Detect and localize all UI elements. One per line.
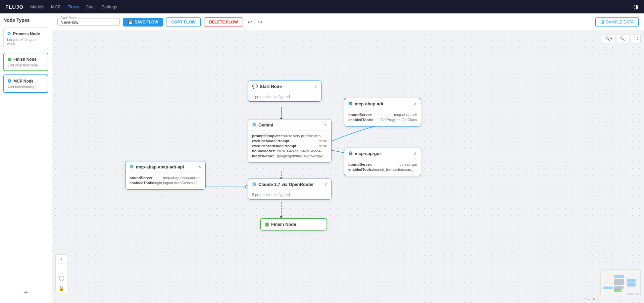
sidebar-title: Node Types [3, 17, 48, 23]
gemini-prop-1: excludeModelPrompt: false [252, 139, 327, 143]
sidebar: Node Types ⚙ Process Node Let a LLM do y… [0, 13, 52, 303]
finish-icon: ▣ [7, 57, 11, 62]
mcp-abap-adt-node[interactable]: ⚙ mcp-abap-adt ∧ boundServer: mcp-abap-a… [344, 98, 421, 127]
chevron-down-icon[interactable]: ∨ [314, 84, 317, 89]
mcp-sap-gui-prop-1: enabledTools: launch_transaction,sap_cli… [348, 167, 417, 171]
prop-val: google/gemini-2.0-pro-exp-02-0... [277, 154, 327, 158]
toolbar: Flow Name 💾 SAVE FLOW COPY FLOW DELETE F… [52, 13, 644, 31]
nav-settings[interactable]: Settings [101, 4, 117, 9]
mcp-abap-api-prop-1: enabledTools: login,logout,dropSession,t… [130, 181, 201, 185]
nav-flows[interactable]: Flows [67, 4, 79, 9]
nav-chat[interactable]: Chat [86, 4, 95, 9]
nav-models[interactable]: Models [30, 4, 44, 9]
canvas-top-controls: 🔍+ 🔍- ⛶ [602, 34, 641, 43]
mcp-abap-adt-body: boundServer: mcp-abap-adt enabledTools: … [344, 109, 421, 126]
chevron-down-icon[interactable]: ∨ [324, 182, 327, 187]
nav-mcp[interactable]: MCP [51, 4, 61, 9]
gear-icon: ⚙ [7, 31, 11, 36]
sample-data-button[interactable]: 🗄 SAMPLE DATA [595, 17, 639, 27]
mcp-sap-gui-node[interactable]: ⚙ mcp-sap-gui ∧ boundServer: mcp-sap-gui… [344, 148, 421, 176]
content-area: Flow Name 💾 SAVE FLOW COPY FLOW DELETE F… [52, 13, 644, 303]
gemini-node[interactable]: ⚙ Gemini ∧ promptTemplate: You're very p… [248, 119, 332, 163]
react-flow-credit: React Flow [584, 298, 599, 301]
gemini-node-header: ⚙ Gemini ∧ [248, 119, 331, 131]
chat-icon: 💬 [252, 84, 258, 89]
zoom-out-button[interactable]: − [56, 264, 67, 273]
redo-button[interactable]: ↪ [257, 17, 264, 27]
lock-button[interactable]: 🔒 [56, 284, 67, 293]
save-icon: 💾 [128, 20, 133, 24]
prop-val: false [319, 139, 327, 143]
mcp-sap-gui-header: ⚙ mcp-sap-gui ∧ [344, 148, 421, 159]
database-icon: 🗄 [600, 20, 604, 24]
chevron-up-icon[interactable]: ∧ [414, 101, 417, 106]
process-node-desc: Let a LLM do your work [7, 38, 45, 46]
mcp-abap-api-header: ⚙ mcp-abap-abap-adt-api ∧ [126, 161, 205, 172]
mcp-abap-api-title: mcp-abap-abap-adt-api [136, 164, 184, 169]
sidebar-bottom: ☀ [3, 286, 48, 299]
gear-icon-mcp1: ⚙ [348, 101, 353, 106]
theme-toggle-icon[interactable]: ◑ [633, 3, 639, 10]
gear-icon-mcp2: ⚙ [348, 151, 353, 156]
save-flow-button[interactable]: 💾 SAVE FLOW [123, 18, 163, 27]
zoom-out-icon[interactable]: 🔍- [617, 34, 629, 43]
mcp-abap-adt-prop-1: enabledTools: GetProgram,GetClass [348, 118, 417, 122]
finish-node-title: Finish Node [271, 222, 296, 227]
chevron-up-icon[interactable]: ∧ [198, 164, 201, 169]
mcp-sap-gui-body: boundServer: mcp-sap-gui enabledTools: l… [344, 159, 421, 176]
undo-button[interactable]: ↩ [246, 17, 253, 27]
start-node[interactable]: 💬 Start Node ∨ 1 properties configured [248, 81, 321, 102]
mcp-abap-api-node[interactable]: ⚙ mcp-abap-abap-adt-api ∧ boundServer: m… [125, 161, 206, 190]
zoom-in-button[interactable]: + [56, 255, 67, 264]
mcp-node-label: MCP Node [13, 79, 34, 84]
minimap: React Flow [600, 269, 641, 296]
finish-node[interactable]: ▣ Finish Node [260, 218, 327, 231]
gemini-prop-4: modelName: google/gemini-2.0-pro-exp-02-… [252, 154, 327, 158]
node-type-finish[interactable]: ▣ Finish Node End your flow here [3, 53, 48, 71]
finish-icon-canvas: ▣ [265, 221, 269, 227]
flow-name-label: Flow Name [60, 16, 78, 20]
prop-key: boundModel: [252, 149, 275, 153]
claude-node-title: Claude 3.7 via OpenRouter [258, 182, 314, 187]
process-node-label: Process Node [13, 32, 40, 36]
start-node-header: 💬 Start Node ∨ [248, 81, 321, 92]
mcp-abap-adt-prop-0: boundServer: mcp-abap-adt [348, 113, 417, 117]
prop-val: ea7a104c-ea8f-42b7-8aa4-652d08... [277, 149, 327, 153]
claude-node-header: ⚙ Claude 3.7 via OpenRouter ∨ [248, 179, 331, 190]
prop-key: modelName: [252, 154, 274, 158]
mcp-abap-api-prop-0: boundServer: mcp-abap-abap-adt-api [130, 176, 201, 180]
main-layout: Node Types ⚙ Process Node Let a LLM do y… [0, 13, 644, 303]
gemini-prop-2: excludeStartNodePrompt: false [252, 144, 327, 148]
mcp-abap-adt-title: mcp-abap-adt [355, 101, 383, 106]
node-type-process[interactable]: ⚙ Process Node Let a LLM do your work [3, 28, 48, 49]
start-node-title: Start Node [260, 84, 282, 89]
flow-name-input[interactable] [60, 19, 117, 25]
gemini-prop-0: promptTemplate: You're very precise with… [252, 134, 327, 138]
mcp-gear-icon: ⚙ [7, 79, 11, 84]
gemini-node-body: promptTemplate: You're very precise with… [248, 131, 331, 162]
react-flow-label: React Flow [626, 292, 639, 295]
mcp-sap-gui-title: mcp-sap-gui [355, 151, 381, 156]
delete-flow-button[interactable]: DELETE FLOW [204, 17, 243, 27]
mcp-node-desc: Add functionality [7, 85, 44, 89]
expand-icon[interactable]: ⛶ [631, 34, 641, 43]
theme-sun-icon[interactable]: ☀ [23, 289, 29, 296]
chevron-up-icon[interactable]: ∧ [414, 151, 417, 156]
canvas[interactable]: 🔍+ 🔍- ⛶ 💬 Start Node ∨ 1 properties conf… [52, 31, 644, 303]
chevron-up-icon[interactable]: ∧ [324, 122, 327, 127]
gemini-prop-3: boundModel: ea7a104c-ea8f-42b7-8aa4-652d… [252, 149, 327, 153]
claude-node[interactable]: ⚙ Claude 3.7 via OpenRouter ∨ 5 properti… [248, 179, 332, 200]
prop-key: promptTemplate: [252, 134, 282, 138]
node-type-mcp[interactable]: ⚙ MCP Node Add functionality [3, 74, 48, 93]
prop-val: false [319, 144, 327, 148]
copy-flow-button[interactable]: COPY FLOW [166, 17, 200, 27]
prop-key: excludeStartNodePrompt: [252, 144, 298, 148]
gear-icon-gemini: ⚙ [252, 122, 256, 128]
mcp-sap-gui-prop-0: boundServer: mcp-sap-gui [348, 162, 417, 166]
prop-val: You're very precise with every... [282, 134, 327, 138]
claude-node-subtitle: 5 properties configured [248, 190, 331, 199]
topnav: FLUJO Models MCP Flows Chat Settings ◑ [0, 0, 644, 13]
gear-icon-claude: ⚙ [252, 182, 256, 187]
fit-view-button[interactable]: ⛶ [56, 274, 67, 283]
zoom-in-icon[interactable]: 🔍+ [602, 34, 615, 43]
